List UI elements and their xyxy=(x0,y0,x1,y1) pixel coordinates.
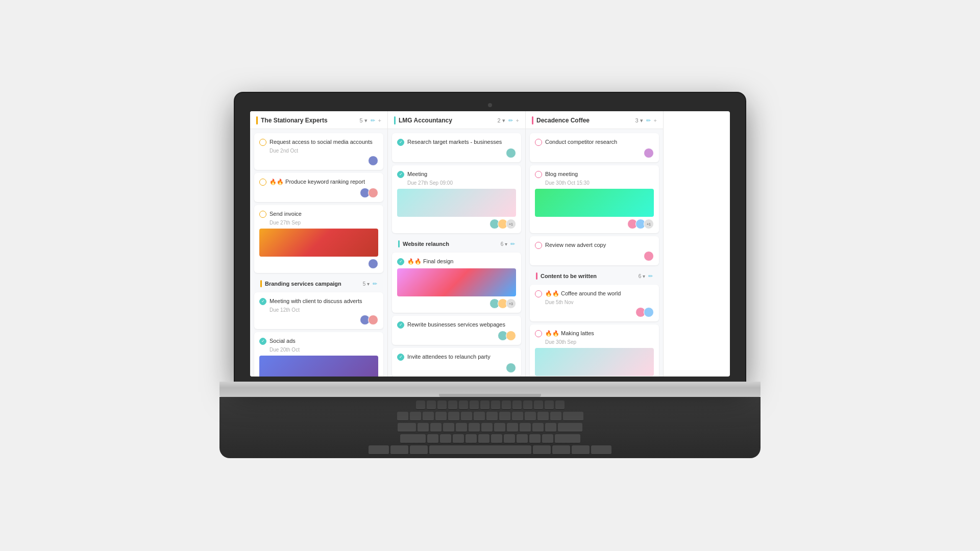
key[interactable] xyxy=(397,412,408,421)
edit-icon[interactable]: ✏ xyxy=(371,117,375,124)
section-edit-icon[interactable]: ✏ xyxy=(373,281,377,287)
add-icon[interactable]: + xyxy=(378,117,381,123)
key[interactable] xyxy=(555,400,565,410)
key[interactable] xyxy=(486,412,498,421)
key[interactable] xyxy=(469,423,480,432)
key[interactable] xyxy=(552,445,570,455)
task-card[interactable]: 🔥🔥 Coffee around the world Due 5th Nov xyxy=(530,285,659,321)
key[interactable] xyxy=(545,423,556,432)
key[interactable] xyxy=(480,400,489,410)
key[interactable] xyxy=(418,423,429,432)
task-card[interactable]: Invite attendees to relaunch party xyxy=(392,348,521,377)
key[interactable] xyxy=(512,400,522,410)
key[interactable] xyxy=(416,400,425,410)
key[interactable] xyxy=(410,412,421,421)
key[interactable] xyxy=(474,412,485,421)
key[interactable] xyxy=(459,400,468,410)
key[interactable] xyxy=(470,400,479,410)
task-card[interactable]: 🔥🔥 Final design +3 xyxy=(392,253,521,313)
key[interactable] xyxy=(456,423,467,432)
key[interactable] xyxy=(525,412,536,421)
key[interactable] xyxy=(537,412,549,421)
task-card[interactable]: Social ads Due 20th Oct xyxy=(254,332,383,377)
key[interactable] xyxy=(504,434,515,443)
key[interactable] xyxy=(440,434,451,443)
key[interactable] xyxy=(563,412,583,421)
key[interactable] xyxy=(507,423,518,432)
task-checkbox[interactable] xyxy=(259,139,266,146)
key[interactable] xyxy=(550,412,561,421)
task-card[interactable]: Blog meeting Due 30th Oct 15:30 +1 xyxy=(530,165,659,233)
task-card[interactable]: 🔥🔥 Making lattes Due 30th Sep xyxy=(530,324,659,377)
key[interactable] xyxy=(430,423,442,432)
key[interactable] xyxy=(533,445,551,455)
key[interactable] xyxy=(461,412,472,421)
key[interactable] xyxy=(532,423,544,432)
key[interactable] xyxy=(517,434,528,443)
spacebar-key[interactable] xyxy=(429,445,531,455)
task-card[interactable]: Research target markets - businesses xyxy=(392,133,521,162)
key[interactable] xyxy=(410,445,428,455)
section-edit-icon[interactable]: ✏ xyxy=(648,273,653,280)
task-card[interactable]: Request access to social media accounts … xyxy=(254,133,383,170)
key[interactable] xyxy=(555,434,580,443)
key[interactable] xyxy=(423,412,434,421)
key[interactable] xyxy=(465,434,477,443)
task-checkbox[interactable] xyxy=(535,242,542,249)
task-checkbox[interactable] xyxy=(535,139,542,146)
task-checkbox[interactable] xyxy=(259,179,266,186)
key[interactable] xyxy=(448,400,457,410)
key[interactable] xyxy=(491,434,502,443)
key[interactable] xyxy=(558,423,582,432)
edit-icon[interactable]: ✏ xyxy=(646,117,651,124)
task-checkbox[interactable] xyxy=(535,171,542,178)
task-checkbox[interactable] xyxy=(535,290,542,297)
key[interactable] xyxy=(369,445,389,455)
task-checkbox[interactable] xyxy=(259,338,266,345)
task-checkbox[interactable] xyxy=(397,258,404,265)
key[interactable] xyxy=(529,434,541,443)
key[interactable] xyxy=(481,423,493,432)
task-checkbox[interactable] xyxy=(259,298,266,305)
task-checkbox[interactable] xyxy=(259,211,266,218)
key[interactable] xyxy=(591,445,611,455)
task-card[interactable]: Rewrite businesses services webpages xyxy=(392,316,521,345)
key[interactable] xyxy=(545,400,554,410)
key[interactable] xyxy=(512,412,523,421)
task-checkbox[interactable] xyxy=(397,321,404,329)
key[interactable] xyxy=(534,400,543,410)
task-card[interactable]: 🔥🔥 Produce keyword ranking report xyxy=(254,173,383,202)
task-card[interactable]: Review new advert copy xyxy=(530,236,659,265)
key[interactable] xyxy=(427,434,438,443)
task-checkbox[interactable] xyxy=(397,354,404,361)
key[interactable] xyxy=(572,445,590,455)
key[interactable] xyxy=(502,400,511,410)
key[interactable] xyxy=(448,412,459,421)
task-checkbox[interactable] xyxy=(397,171,404,178)
key[interactable] xyxy=(443,423,454,432)
key[interactable] xyxy=(542,434,553,443)
key[interactable] xyxy=(523,400,532,410)
task-card[interactable]: Meeting Due 27th Sep 09:00 +1 xyxy=(392,165,521,233)
key[interactable] xyxy=(453,434,464,443)
key[interactable] xyxy=(520,423,531,432)
key[interactable] xyxy=(491,400,500,410)
section-edit-icon[interactable]: ✏ xyxy=(510,241,515,247)
task-checkbox[interactable] xyxy=(397,139,404,146)
add-icon[interactable]: + xyxy=(654,117,657,123)
task-checkbox[interactable] xyxy=(535,330,542,337)
key[interactable] xyxy=(390,445,408,455)
task-card[interactable]: Meeting with client to discuss adverts D… xyxy=(254,292,383,329)
key[interactable] xyxy=(437,400,447,410)
task-card[interactable]: Conduct competitor research xyxy=(530,133,659,162)
add-icon[interactable]: + xyxy=(516,117,519,123)
key[interactable] xyxy=(494,423,505,432)
task-card[interactable]: Send invoice Due 27th Sep xyxy=(254,205,383,273)
key[interactable] xyxy=(400,434,426,443)
key[interactable] xyxy=(499,412,510,421)
key[interactable] xyxy=(398,423,416,432)
key[interactable] xyxy=(478,434,489,443)
edit-icon[interactable]: ✏ xyxy=(508,117,513,124)
key[interactable] xyxy=(427,400,436,410)
key[interactable] xyxy=(435,412,447,421)
